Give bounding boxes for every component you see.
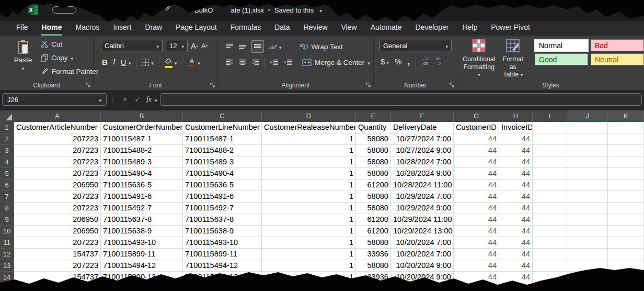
cell-B6[interactable]: 7100115636-5 [101, 180, 183, 191]
cell-D10[interactable]: 1 [262, 226, 356, 237]
cell-E5[interactable]: 58080 [356, 168, 391, 180]
cell-J8[interactable] [567, 203, 608, 214]
cell-G1[interactable]: CustomerID [454, 122, 499, 133]
cell-J1[interactable] [567, 122, 608, 133]
cell-K12[interactable] [608, 249, 644, 260]
cell-B11[interactable]: 7100115493-10 [101, 237, 183, 249]
cell-I13[interactable] [533, 260, 567, 272]
cell-F3[interactable]: 10/27/2024 9:00 [391, 145, 454, 156]
cell-B12[interactable]: 7100115899-11 [101, 249, 183, 260]
cell-C13[interactable]: 7100115494-12 [183, 260, 262, 272]
cell-B1[interactable]: CustomerOrderNumber [101, 122, 183, 133]
cell-G13[interactable]: 44 [454, 260, 499, 272]
cell-G8[interactable]: 44 [454, 203, 499, 214]
cell-F1[interactable]: DeliveryDate [391, 122, 454, 133]
cell-F2[interactable]: 10/27/2024 7:00 [391, 133, 454, 145]
cell-I2[interactable] [533, 133, 567, 145]
row-header-9[interactable]: 9 [0, 214, 14, 226]
cell-E3[interactable]: 58080 [356, 145, 391, 156]
font-size-combo[interactable]: 12 [166, 40, 188, 51]
currency-button[interactable]: $ [381, 57, 389, 66]
cell-A11[interactable]: 207223 [14, 237, 101, 249]
cell-E13[interactable]: 58080 [356, 260, 391, 272]
cell-B4[interactable]: 7100115489-3 [101, 156, 183, 168]
grow-font-button[interactable]: A▴ [191, 40, 198, 51]
cell-H4[interactable]: 44 [499, 156, 533, 168]
cell-J5[interactable] [567, 168, 608, 180]
cell-C6[interactable]: 7100115636-5 [183, 180, 262, 191]
cell-G14[interactable]: 44 [454, 272, 499, 283]
row-header-8[interactable]: 8 [0, 203, 14, 214]
tab-insert[interactable]: Insert [106, 21, 138, 36]
row-header-14[interactable]: 14 [0, 272, 14, 283]
cell-E2[interactable]: 58080 [356, 133, 391, 145]
cell-D5[interactable]: 1 [262, 168, 356, 180]
cell-A1[interactable]: CustomerArticleNumber [14, 122, 101, 133]
row-header-11[interactable]: 11 [0, 237, 14, 249]
cell-K3[interactable] [608, 145, 644, 156]
tab-data[interactable]: Data [268, 21, 297, 36]
column-header-D[interactable]: D [262, 110, 356, 122]
cell-B7[interactable]: 7100115491-6 [101, 191, 183, 203]
row-header-3[interactable]: 3 [0, 145, 14, 156]
merge-center-button[interactable]: Merge & Center [302, 58, 370, 67]
cell-E1[interactable]: Quantity [356, 122, 391, 133]
cell-A14[interactable]: 154737 [14, 272, 101, 283]
cell-J11[interactable] [567, 237, 608, 249]
cell-C10[interactable]: 7100115638-9 [183, 226, 262, 237]
cell-J6[interactable] [567, 180, 608, 191]
cell-D14[interactable]: 1 [262, 272, 356, 283]
tab-help[interactable]: Help [455, 21, 484, 36]
cell-C5[interactable]: 7100115490-4 [183, 168, 262, 180]
number-format-combo[interactable]: General [380, 40, 452, 51]
cell-G4[interactable]: 44 [454, 156, 499, 168]
cell-C12[interactable]: 7100115899-11 [183, 249, 262, 260]
insert-function-button[interactable]: fx [144, 95, 154, 104]
cell-C1[interactable]: CustomerLineNumber [183, 122, 262, 133]
cell-A7[interactable]: 207223 [14, 191, 101, 203]
cell-K7[interactable] [608, 191, 644, 203]
name-box[interactable]: J26 [2, 93, 107, 106]
cell-J3[interactable] [567, 145, 608, 156]
cell-D4[interactable]: 1 [262, 156, 356, 168]
cell-A2[interactable]: 207223 [14, 133, 101, 145]
cell-G10[interactable]: 44 [454, 226, 499, 237]
cell-H2[interactable]: 44 [499, 133, 533, 145]
cell-A8[interactable]: 207223 [14, 203, 101, 214]
increase-indent-button[interactable] [283, 57, 292, 68]
column-header-G[interactable]: G [454, 110, 499, 122]
cell-E8[interactable]: 58080 [356, 203, 391, 214]
cell-G3[interactable]: 44 [454, 145, 499, 156]
cell-K10[interactable] [608, 226, 644, 237]
format-as-table-button[interactable]: Format as Table [499, 39, 527, 79]
cut-button[interactable]: Cut [41, 40, 62, 48]
cell-F4[interactable]: 10/28/2024 7:00 [391, 156, 454, 168]
cell-D7[interactable]: 1 [262, 191, 356, 203]
wrap-text-button[interactable]: ab Wrap Text [299, 43, 343, 51]
cell-D3[interactable]: 1 [262, 145, 356, 156]
top-align-button[interactable] [225, 41, 234, 52]
tab-file[interactable]: File [9, 21, 35, 36]
cell-H8[interactable]: 44 [499, 203, 533, 214]
cell-J10[interactable] [567, 226, 608, 237]
cell-D6[interactable]: 1 [262, 180, 356, 191]
cell-C14[interactable]: 7100115900-13 [183, 272, 262, 283]
cell-F9[interactable]: 10/29/2024 11:00 [391, 214, 454, 226]
cell-F13[interactable]: 10/20/2024 9:00 [391, 260, 454, 272]
cell-K13[interactable] [608, 260, 644, 272]
tab-page-layout[interactable]: Page Layout [169, 21, 224, 36]
cell-K6[interactable] [608, 180, 644, 191]
cell-G5[interactable]: 44 [454, 168, 499, 180]
cell-I12[interactable] [533, 249, 567, 260]
cell-E14[interactable]: 33936 [356, 272, 391, 283]
cell-G12[interactable]: 44 [454, 249, 499, 260]
cell-I5[interactable] [533, 168, 567, 180]
style-normal[interactable]: Normal [535, 39, 588, 51]
cell-I14[interactable] [533, 272, 567, 283]
cell-D2[interactable]: 1 [262, 133, 356, 145]
row-header-2[interactable]: 2 [0, 133, 14, 145]
select-all-button[interactable] [0, 110, 14, 122]
cell-H14[interactable]: 44 [499, 272, 533, 283]
cell-C2[interactable]: 7100115487-1 [183, 133, 262, 145]
cell-K9[interactable] [608, 214, 644, 226]
